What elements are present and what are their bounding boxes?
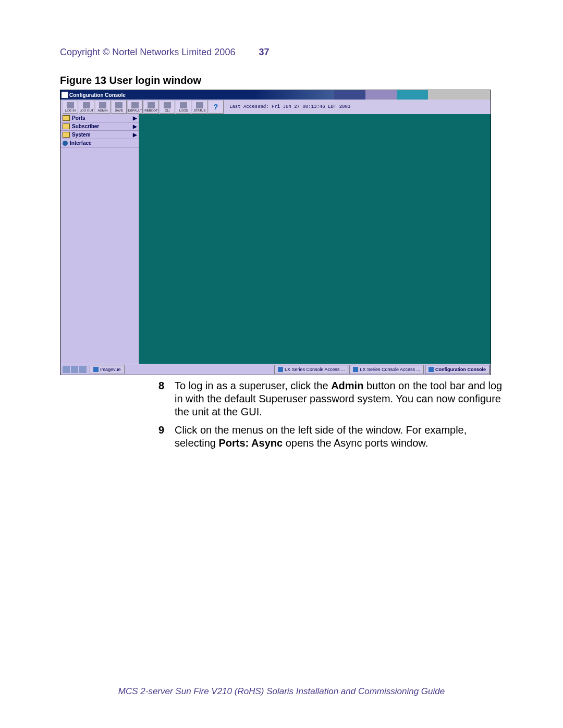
toolbar-logs-button[interactable]: LOGS	[176, 100, 191, 114]
tree-item-ports[interactable]: Ports ▶	[60, 114, 139, 122]
app-icon	[93, 367, 99, 372]
quick-icon[interactable]	[63, 366, 70, 373]
toolbar-status-button[interactable]: STATUS	[192, 100, 207, 114]
step-body: To log in as a superuser, click the Admi…	[175, 379, 503, 418]
step-9: 9 Click on the menus on the left side of…	[60, 424, 503, 450]
toolbar-help-button[interactable]: ?	[208, 100, 224, 114]
toolbar-logout-button[interactable]: LOG OUT	[79, 100, 94, 114]
app-icon	[429, 367, 434, 372]
taskbar: Imagevue LX Series Console Access ... LX…	[60, 364, 491, 375]
step-8: 8 To log in as a superuser, click the Ad…	[60, 379, 503, 418]
toolbar-admin-button[interactable]: ADMIN	[95, 100, 111, 114]
page-header: Copyright © Nortel Networks Limited 2006…	[60, 47, 503, 58]
screenshot-figure: Configuration Console LOG IN LOG OUT ADM…	[60, 90, 491, 375]
tree-item-interface[interactable]: Interface	[60, 139, 139, 147]
tree-item-subscriber[interactable]: Subscriber ▶	[60, 122, 139, 131]
taskbar-item-active[interactable]: Configuration Console	[425, 365, 489, 374]
quick-icon[interactable]	[79, 366, 87, 373]
quick-launch	[63, 366, 87, 373]
toolbar-default-button[interactable]: DEFAULT	[127, 100, 143, 114]
globe-icon	[63, 141, 68, 146]
chevron-right-icon: ▶	[133, 132, 137, 138]
nav-tree: Ports ▶ Subscriber ▶ System ▶ Interface	[60, 114, 139, 364]
taskbar-imagevue[interactable]: Imagevue	[90, 365, 125, 374]
toolbar-save-button[interactable]: SAVE	[111, 100, 127, 114]
window-titlebar: Configuration Console	[60, 90, 491, 100]
folder-icon	[63, 115, 70, 121]
last-accessed-text: Last Accessed: Fri Jun 27 08:13:46 EDT 2…	[229, 104, 350, 109]
app-icon	[62, 92, 68, 98]
folder-icon	[63, 124, 70, 129]
window-title: Configuration Console	[69, 92, 126, 98]
quick-icon[interactable]	[71, 366, 78, 373]
tree-item-system[interactable]: System ▶	[60, 131, 139, 139]
page-number: 37	[259, 47, 269, 57]
page-footer: MCS 2-server Sun Fire V210 (RoHS) Solari…	[0, 686, 563, 697]
copyright-text: Copyright © Nortel Networks Limited 2006	[60, 47, 235, 57]
step-number: 8	[138, 379, 175, 418]
content-area	[139, 114, 491, 364]
taskbar-item[interactable]: LX Series Console Access ...	[274, 365, 349, 374]
toolbar: LOG IN LOG OUT ADMIN SAVE DEFAULT REBOOT…	[60, 100, 491, 115]
instruction-steps: 8 To log in as a superuser, click the Ad…	[60, 379, 503, 450]
figure-caption: Figure 13 User login window	[60, 75, 503, 87]
titlebar-decoration	[334, 90, 491, 100]
step-body: Click on the menus on the left side of t…	[175, 424, 503, 450]
app-icon	[278, 367, 283, 372]
chevron-right-icon: ▶	[133, 115, 137, 121]
toolbar-cli-button[interactable]: CLI	[160, 100, 175, 114]
chevron-right-icon: ▶	[133, 124, 137, 129]
app-icon	[353, 367, 358, 372]
step-number: 9	[138, 424, 175, 450]
taskbar-item[interactable]: LX Series Console Access ...	[349, 365, 424, 374]
toolbar-reboot-button[interactable]: REBOOT	[143, 100, 159, 114]
toolbar-login-button[interactable]: LOG IN	[63, 100, 78, 114]
folder-icon	[63, 132, 70, 138]
